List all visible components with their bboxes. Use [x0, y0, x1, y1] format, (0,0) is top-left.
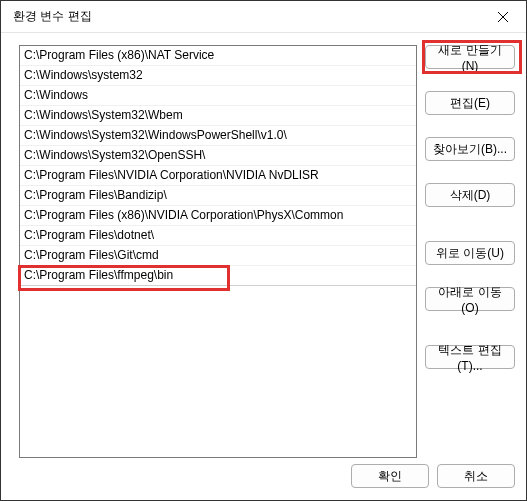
footer-buttons: 확인 취소	[351, 464, 515, 488]
list-item[interactable]: C:\Windows\system32	[20, 66, 416, 86]
cancel-button[interactable]: 취소	[437, 464, 515, 488]
list-item[interactable]: C:\Windows\System32\Wbem	[20, 106, 416, 126]
ok-button[interactable]: 확인	[351, 464, 429, 488]
new-button[interactable]: 새로 만들기(N)	[425, 45, 515, 69]
path-list[interactable]: C:\Program Files (x86)\NAT Service C:\Wi…	[19, 45, 417, 458]
env-var-edit-dialog: 환경 변수 편집 C:\Program Files (x86)\NAT Serv…	[0, 0, 527, 501]
browse-button[interactable]: 찾아보기(B)...	[425, 137, 515, 161]
list-item[interactable]: C:\Program Files\NVIDIA Corporation\NVID…	[20, 166, 416, 186]
edit-text-button[interactable]: 텍스트 편집(T)...	[425, 345, 515, 369]
list-item[interactable]: C:\Windows\System32\OpenSSH\	[20, 146, 416, 166]
dialog-content: C:\Program Files (x86)\NAT Service C:\Wi…	[1, 33, 526, 500]
list-item[interactable]: C:\Program Files\dotnet\	[20, 226, 416, 246]
close-button[interactable]	[480, 1, 526, 33]
dialog-title: 환경 변수 편집	[13, 8, 92, 25]
list-item[interactable]: C:\Program Files\Bandizip\	[20, 186, 416, 206]
delete-button[interactable]: 삭제(D)	[425, 183, 515, 207]
side-buttons: 새로 만들기(N) 편집(E) 찾아보기(B)... 삭제(D) 위로 이동(U…	[425, 45, 515, 369]
close-icon	[498, 12, 508, 22]
move-down-button[interactable]: 아래로 이동(O)	[425, 287, 515, 311]
list-item[interactable]: C:\Program Files (x86)\NVIDIA Corporatio…	[20, 206, 416, 226]
list-item[interactable]: C:\Program Files\Git\cmd	[20, 246, 416, 266]
list-item[interactable]: C:\Program Files (x86)\NAT Service	[20, 46, 416, 66]
list-item[interactable]: C:\Windows	[20, 86, 416, 106]
edit-button[interactable]: 편집(E)	[425, 91, 515, 115]
move-up-button[interactable]: 위로 이동(U)	[425, 241, 515, 265]
list-item[interactable]: C:\Windows\System32\WindowsPowerShell\v1…	[20, 126, 416, 146]
titlebar: 환경 변수 편집	[1, 1, 526, 33]
list-item[interactable]: C:\Program Files\ffmpeg\bin	[20, 266, 416, 286]
